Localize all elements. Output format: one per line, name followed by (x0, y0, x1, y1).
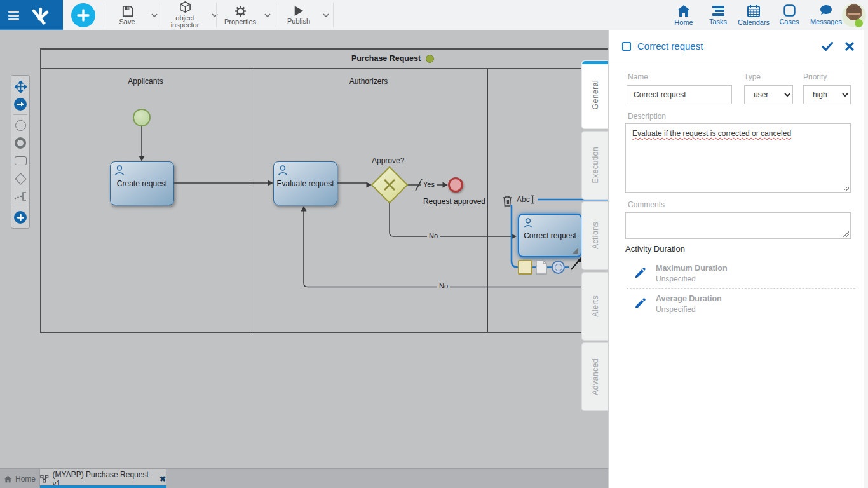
priority-select[interactable]: high (803, 85, 851, 104)
rename-abc-label: Abc (517, 195, 530, 204)
panel-header: Correct request (609, 30, 868, 62)
logo-accent-strip (0, 29, 63, 30)
name-input[interactable] (627, 85, 732, 104)
toolbar-separator (104, 3, 104, 27)
calendar-icon (747, 4, 760, 17)
tab-advanced[interactable]: Advanced (581, 342, 608, 411)
average-duration-item[interactable]: Average Duration Unspecified (627, 290, 851, 318)
end-event-request-approved[interactable] (448, 177, 463, 193)
properties-button[interactable]: Properties (220, 1, 261, 30)
rename-control[interactable]: Abc (517, 195, 535, 204)
tab-close-icon[interactable]: ✖ (159, 475, 166, 484)
claw-logo-icon (29, 4, 51, 26)
task-label: Create request (117, 179, 167, 188)
tab-general[interactable]: General (581, 60, 608, 129)
quick-add-task-icon[interactable] (518, 260, 532, 274)
diagram-canvas[interactable]: Purchase Request Applicants Authorizers (0, 30, 608, 468)
average-duration-value: Unspecified (656, 305, 722, 314)
home-icon (4, 475, 12, 483)
user-task-icon (114, 165, 125, 175)
maximum-duration-value: Unspecified (656, 274, 728, 283)
save-label: Save (119, 18, 135, 25)
tab-actions[interactable]: Actions (581, 201, 608, 270)
start-event-icon (15, 120, 26, 131)
toolbar-separator (333, 3, 334, 27)
properties-label: Properties (224, 18, 256, 25)
task-create-request[interactable]: Create request (110, 161, 174, 205)
resize-corner-icon[interactable] (573, 248, 578, 254)
publish-dropdown-chevron[interactable] (319, 1, 333, 30)
app-logo-block[interactable] (0, 0, 63, 30)
confirm-check-icon[interactable] (822, 42, 833, 51)
move-icon (15, 81, 27, 93)
move-tool[interactable] (11, 78, 29, 95)
palette-separator (13, 114, 27, 115)
save-button[interactable]: Save (107, 1, 147, 30)
quick-add-document-icon[interactable] (536, 260, 547, 274)
tab-general-label: General (591, 80, 600, 110)
nav-home[interactable]: Home (667, 1, 701, 30)
palette-separator (13, 207, 27, 207)
resize-grip-icon[interactable] (843, 185, 849, 191)
name-label: Name (628, 72, 648, 81)
shape-palette (11, 75, 30, 229)
delete-trash-icon[interactable] (502, 195, 513, 207)
publish-button[interactable]: Publish (278, 1, 319, 30)
tab-alerts-label: Alerts (591, 295, 600, 317)
nav-calendars[interactable]: Calendars (735, 1, 772, 30)
hamburger-menu-icon[interactable] (8, 9, 19, 22)
nav-messages[interactable]: Messages (806, 1, 846, 30)
panel-scrollbar[interactable] (864, 30, 868, 488)
comments-textarea[interactable] (625, 212, 851, 239)
tab-execution[interactable]: Execution (581, 131, 608, 200)
sequence-flow-tool[interactable] (11, 95, 29, 113)
text-cursor-icon (531, 195, 535, 204)
gateway-label: Approve? (370, 156, 406, 165)
task-tool[interactable] (11, 152, 29, 170)
active-tab-indicator (582, 61, 608, 64)
comments-label: Comments (628, 200, 665, 209)
priority-label: Priority (803, 72, 827, 81)
task-evaluate-request[interactable]: Evaluate request (273, 161, 337, 205)
task-shape-icon (622, 42, 631, 51)
tab-alerts[interactable]: Alerts (581, 272, 608, 341)
maximum-duration-item[interactable]: Maximum Duration Unspecified (627, 259, 851, 287)
start-event[interactable] (133, 109, 151, 126)
sequence-flows (0, 30, 608, 468)
end-event-icon (15, 137, 26, 149)
process-diagram-icon (40, 475, 49, 483)
edit-pencil-icon[interactable] (634, 268, 646, 279)
description-textarea[interactable]: Evaluate if the request is corrected or … (625, 123, 851, 193)
task-icon (15, 156, 27, 165)
object-inspector-button[interactable]: object inspector (162, 1, 208, 30)
top-toolbar: Save object inspector Properties (0, 0, 868, 30)
save-dropdown-chevron[interactable] (147, 1, 161, 30)
gateway-tool[interactable] (11, 170, 29, 187)
gateway-approve[interactable] (370, 166, 409, 204)
nav-cases[interactable]: Cases (772, 1, 806, 30)
start-event-tool[interactable] (11, 116, 29, 134)
properties-dropdown-chevron[interactable] (261, 1, 275, 30)
add-shape-tool[interactable] (11, 208, 29, 226)
user-task-icon (523, 218, 533, 228)
nav-calendars-label: Calendars (738, 18, 770, 26)
gateway-icon (15, 173, 26, 184)
nav-tasks[interactable]: Tasks (701, 1, 735, 30)
quick-add-end-event-icon[interactable] (552, 261, 565, 274)
user-task-icon (278, 165, 288, 175)
toolbar-separator (216, 3, 217, 27)
resize-grip-icon[interactable] (843, 231, 849, 237)
edit-pencil-icon[interactable] (634, 298, 646, 309)
tasks-icon (712, 5, 725, 17)
annotation-tool[interactable] (11, 187, 29, 205)
cube-icon (179, 1, 191, 13)
nav-cases-label: Cases (779, 18, 799, 25)
nav-tasks-label: Tasks (709, 18, 727, 25)
add-new-button[interactable] (71, 3, 95, 27)
type-select[interactable]: user (744, 85, 793, 104)
task-correct-request[interactable]: Correct request (518, 214, 582, 257)
chevron-down-icon (323, 13, 329, 17)
bottom-tab-home[interactable]: Home (0, 469, 40, 488)
end-event-tool[interactable] (11, 134, 29, 152)
close-x-icon[interactable] (845, 42, 854, 51)
